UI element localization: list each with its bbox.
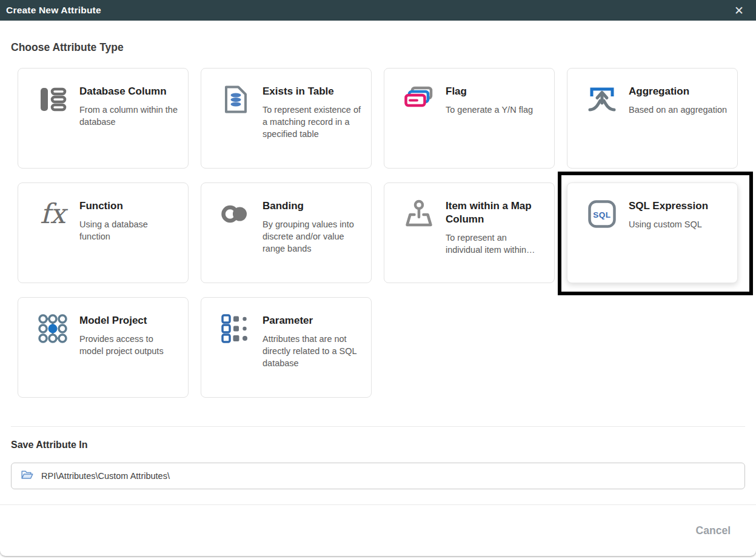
card-description: To generate a Y/N flag [446,104,546,116]
attribute-card-model-project[interactable]: Model Project Provides access to model p… [18,297,189,398]
attribute-card-function[interactable]: fx Function Using a database function [18,182,189,283]
card-description: Provides access to model project outputs [79,333,179,357]
card-description: Using custom SQL [629,218,729,230]
stacked-flags-icon [404,85,434,115]
attribute-card-parameter[interactable]: Parameter Attributes that are not direct… [201,297,372,398]
folder-open-icon [21,470,33,482]
database-column-icon [38,85,68,115]
card-description: To represent existence of a matching rec… [263,104,363,140]
close-button[interactable]: ✕ [732,4,746,18]
card-title: Function [79,199,179,213]
card-title: Exists in Table [263,85,363,98]
card-title: Parameter [263,314,363,327]
parameter-grid-icon [221,314,251,344]
save-location-field[interactable]: RPI\Attributes\Custom Attributes\ [11,463,745,489]
card-title: Banding [263,199,363,213]
merge-arrow-icon [587,85,617,115]
attribute-card-banding[interactable]: Banding By grouping values into discrete… [201,182,372,283]
attribute-card-flag[interactable]: Flag To generate a Y/N flag [384,68,555,169]
card-title: Model Project [79,314,179,327]
card-title: SQL Expression [629,199,729,213]
card-description: Attributes that are not directly related… [263,333,363,369]
card-description: Using a database function [79,218,179,243]
dialog-header: Create New Attribute ✕ [0,0,756,21]
card-description: Based on an aggregation [629,104,729,116]
attribute-card-database-column[interactable]: Database Column From a column within the… [18,68,189,169]
attribute-card-sql-expression[interactable]: SQL SQL Expression Using custom SQL [567,182,738,283]
attribute-type-grid: Database Column From a column within the… [18,68,738,398]
create-new-attribute-dialog: Create New Attribute ✕ Choose Attribute … [0,0,756,556]
node-grid-icon [38,314,68,344]
card-title: Database Column [79,85,179,98]
attribute-card-exists-in-table[interactable]: Exists in Table To represent existence o… [201,68,372,169]
card-description: By grouping values into discrete and/or … [263,218,363,255]
card-description: To represent an individual item within… [446,232,546,256]
save-attribute-in-heading: Save Attribute In [11,440,745,450]
overlapping-circles-icon [221,199,251,230]
fx-icon: fx [38,199,68,230]
dialog-footer: Cancel [0,505,756,556]
document-database-icon [221,85,251,115]
map-pin-icon [404,199,434,230]
attribute-card-item-within-map-column[interactable]: Item within a Map Column To represent an… [384,182,555,283]
card-title: Item within a Map Column [446,199,546,226]
cancel-button[interactable]: Cancel [695,521,732,541]
choose-attribute-type-heading: Choose Attribute Type [11,41,745,53]
save-location-path: RPI\Attributes\Custom Attributes\ [41,471,170,481]
attribute-card-aggregation[interactable]: Aggregation Based on an aggregation [567,68,738,169]
dialog-title: Create New Attribute [6,5,101,16]
card-description: From a column within the database [79,104,179,128]
close-icon: ✕ [734,4,744,17]
card-title: Aggregation [629,85,729,98]
section-divider [11,426,745,427]
sql-badge-icon: SQL [587,199,617,230]
card-title: Flag [446,85,546,98]
svg-text:SQL: SQL [593,210,610,219]
